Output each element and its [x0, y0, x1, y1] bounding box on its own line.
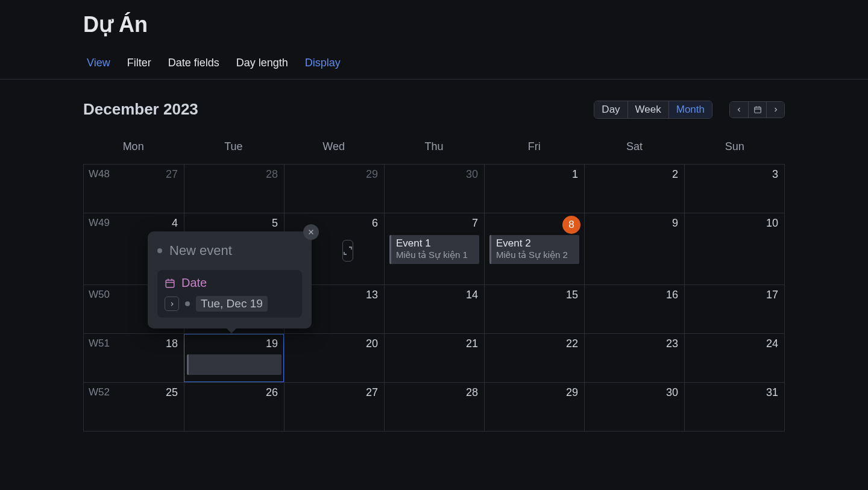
- week-label: W52: [89, 386, 110, 398]
- today-badge: 8: [562, 216, 580, 234]
- day-number: 5: [272, 217, 278, 230]
- day-header: Fri: [484, 132, 584, 164]
- calendar-cell[interactable]: 7Event 1Miêu tả Sự kiện 1: [384, 213, 484, 284]
- day-number: 7: [472, 217, 478, 230]
- popover-arrow: [226, 328, 237, 333]
- week-label: W51: [89, 338, 110, 350]
- day-number: 20: [366, 338, 378, 350]
- calendar-cell[interactable]: 16: [584, 285, 684, 333]
- day-number: 18: [166, 338, 178, 350]
- calendar-event[interactable]: Event 1Miêu tả Sự kiện 1: [389, 235, 479, 264]
- day-number: 21: [466, 338, 478, 350]
- calendar-cell[interactable]: 28: [184, 165, 284, 213]
- day-number: 30: [466, 168, 478, 181]
- calendar-cell[interactable]: 8Event 2Miêu tả Sự kiện 2: [484, 213, 584, 284]
- next-period-button[interactable]: [766, 102, 784, 118]
- event-description: Miêu tả Sự kiện 1: [396, 250, 474, 260]
- tab-bar: View Filter Date fields Day length Displ…: [0, 37, 868, 80]
- tab-view[interactable]: View: [87, 57, 110, 69]
- calendar-month-label: December 2023: [83, 100, 198, 119]
- chevron-right-icon: [772, 106, 779, 113]
- calendar-icon: [753, 105, 762, 114]
- calendar-cell[interactable]: 21: [384, 334, 484, 382]
- calendar-cell[interactable]: 24: [684, 334, 784, 382]
- day-number: 2: [672, 168, 678, 181]
- day-number: 3: [772, 168, 778, 181]
- view-switch-month[interactable]: Month: [668, 101, 712, 118]
- calendar-icon: [165, 278, 175, 289]
- tab-date-fields[interactable]: Date fields: [168, 57, 219, 69]
- calendar-event[interactable]: Event 2Miêu tả Sự kiện 2: [489, 235, 579, 264]
- new-event-popover: Date Tue, Dec 19: [148, 231, 312, 328]
- day-number: 4: [172, 217, 178, 230]
- day-number: 29: [366, 168, 378, 181]
- calendar-cell[interactable]: 3: [684, 165, 784, 213]
- day-header: Sun: [685, 132, 785, 164]
- calendar-cell[interactable]: 2: [584, 165, 684, 213]
- bullet-icon: [185, 301, 190, 306]
- calendar-cell[interactable]: 19: [184, 334, 284, 382]
- tab-display[interactable]: Display: [305, 57, 341, 69]
- bullet-icon: [157, 248, 162, 253]
- date-panel: Date Tue, Dec 19: [157, 270, 302, 318]
- calendar-cell[interactable]: W4827: [84, 165, 184, 213]
- view-switch-week[interactable]: Week: [627, 101, 668, 118]
- event-title: Event 1: [396, 237, 474, 250]
- view-switch-day[interactable]: Day: [594, 101, 627, 118]
- tab-day-length[interactable]: Day length: [236, 57, 288, 69]
- date-value[interactable]: Tue, Dec 19: [196, 296, 268, 312]
- date-expand-toggle[interactable]: [165, 297, 179, 311]
- calendar-cell[interactable]: 20: [284, 334, 384, 382]
- popover-close-button[interactable]: [303, 224, 319, 240]
- calendar-cell[interactable]: 29: [484, 383, 584, 431]
- date-section-label: Date: [181, 276, 207, 290]
- day-number: 1: [572, 168, 578, 181]
- svg-rect-6: [166, 280, 174, 287]
- chevron-left-icon: [735, 106, 743, 113]
- day-header: Thu: [384, 132, 484, 164]
- day-number: 29: [566, 386, 578, 399]
- calendar-cell[interactable]: 30: [584, 383, 684, 431]
- calendar-cell[interactable]: 27: [284, 383, 384, 431]
- event-title: Event 2: [496, 237, 574, 250]
- calendar-cell[interactable]: 9: [584, 213, 684, 284]
- expand-button[interactable]: [342, 240, 353, 262]
- week-label: W50: [89, 289, 110, 301]
- close-icon: [307, 228, 315, 236]
- tab-filter[interactable]: Filter: [127, 57, 151, 69]
- week-label: W48: [89, 168, 110, 180]
- calendar-cell[interactable]: 1: [484, 165, 584, 213]
- day-number: 30: [666, 386, 678, 399]
- day-number: 13: [366, 289, 378, 301]
- today-button[interactable]: [748, 102, 766, 118]
- day-number: 9: [672, 217, 678, 230]
- new-event-placeholder[interactable]: [187, 354, 281, 375]
- day-number: 16: [666, 289, 678, 301]
- day-number: 28: [266, 168, 278, 181]
- calendar-cell[interactable]: 10: [684, 213, 784, 284]
- calendar-cell[interactable]: 26: [184, 383, 284, 431]
- day-number: 15: [566, 289, 578, 301]
- calendar-cell[interactable]: 28: [384, 383, 484, 431]
- day-number: 26: [266, 386, 278, 399]
- calendar-cell[interactable]: 29: [284, 165, 384, 213]
- day-header: Mon: [83, 132, 183, 164]
- day-number: 23: [666, 338, 678, 350]
- calendar-cell[interactable]: 15: [484, 285, 584, 333]
- calendar-cell[interactable]: W5118: [84, 334, 184, 382]
- calendar-cell[interactable]: 14: [384, 285, 484, 333]
- day-number: 22: [566, 338, 578, 350]
- calendar-cell[interactable]: 31: [684, 383, 784, 431]
- new-event-title-input[interactable]: [169, 243, 335, 259]
- prev-period-button[interactable]: [730, 102, 748, 118]
- day-number: 24: [766, 338, 778, 350]
- calendar-cell[interactable]: 23: [584, 334, 684, 382]
- calendar-cell[interactable]: 17: [684, 285, 784, 333]
- day-number: 27: [366, 386, 378, 399]
- svg-rect-0: [754, 107, 761, 112]
- view-switch: Day Week Month: [594, 101, 712, 119]
- day-number: 25: [166, 386, 178, 399]
- calendar-cell[interactable]: 22: [484, 334, 584, 382]
- calendar-cell[interactable]: W5225: [84, 383, 184, 431]
- calendar-cell[interactable]: 30: [384, 165, 484, 213]
